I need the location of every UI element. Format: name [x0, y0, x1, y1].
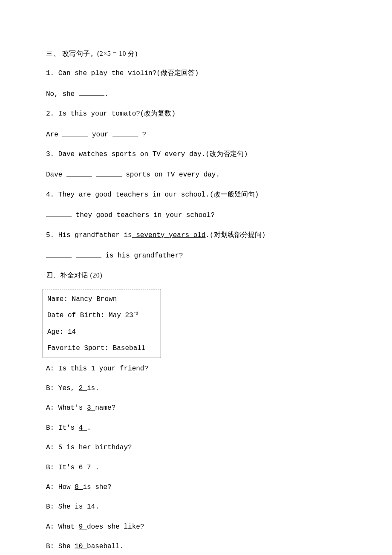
fill-blank[interactable] — [112, 129, 138, 136]
blank-9[interactable]: 9 — [79, 523, 87, 531]
t: is her birthday? — [66, 444, 132, 451]
fill-blank[interactable] — [46, 210, 72, 217]
t: . — [87, 424, 91, 432]
card-dob: Date of Birth: May 23rd — [47, 311, 156, 321]
q3-answer: Dave sports on TV every day. — [46, 169, 341, 179]
t: does she like? — [87, 523, 144, 531]
q4-b: they good teachers in your school? — [72, 211, 215, 219]
card-age-value: 14 — [68, 328, 76, 336]
q5-pb: .(对划线部分提问) — [205, 231, 265, 239]
t: A: What — [46, 523, 79, 531]
t: your friend? — [99, 365, 148, 373]
t: B: She — [46, 543, 75, 550]
t: is she? — [83, 483, 111, 491]
card-fav-label: Favorite Sport: — [47, 344, 113, 352]
q1-ans-prefix: No, she — [46, 90, 79, 98]
q5-c: is his grandfather? — [101, 252, 183, 260]
blank-8[interactable]: 8 — [75, 483, 83, 491]
t: . — [95, 464, 99, 471]
q1-answer: No, she . — [46, 89, 341, 99]
fill-blank[interactable] — [62, 129, 88, 136]
dlg-b2: B: It's 4 . — [46, 423, 341, 433]
card-name-label: Name: — [47, 295, 72, 303]
q5-answer: is his grandfather? — [46, 250, 341, 260]
t: baseball. — [87, 543, 124, 550]
t: name? — [95, 404, 115, 412]
blank-2[interactable]: 2 — [79, 384, 87, 392]
blank-5[interactable]: 5 — [58, 444, 66, 451]
card-name-value: Nancy Brown — [72, 295, 117, 303]
fill-blank[interactable] — [66, 169, 92, 176]
t: A: How — [46, 483, 75, 491]
info-card: Name: Nancy Brown Date of Birth: May 23r… — [43, 289, 161, 358]
q1-ans-suffix: . — [104, 90, 109, 98]
card-fav: Favorite Sport: Baseball — [47, 344, 156, 353]
dlg-a1: A: Is this 1 your friend? — [46, 364, 341, 373]
blank-7[interactable]: 7 — [87, 464, 95, 471]
q2-answer: Are your ? — [46, 129, 341, 139]
q2-c: ? — [138, 131, 146, 139]
section4-heading: 四、补全对话 (20) — [46, 271, 341, 280]
dlg-b3: B: It's 6 7 . — [46, 463, 341, 472]
q1-prompt: 1. Can she play the violin?(做否定回答) — [46, 69, 341, 78]
q3-a: Dave — [46, 171, 66, 179]
dlg-a5: A: What 9 does she like? — [46, 522, 341, 532]
q3-c: sports on TV every day. — [122, 171, 220, 179]
q4-prompt: 4. They are good teachers in our school.… — [46, 190, 341, 199]
section3-heading: 三、 改写句子。(2×5 = 10 分) — [46, 49, 341, 58]
t: A: Is this — [46, 365, 91, 373]
fill-blank[interactable] — [96, 169, 122, 176]
card-dob-sup: rd — [133, 311, 138, 316]
blank-4[interactable]: 4 — [79, 424, 87, 432]
worksheet-page: 三、 改写句子。(2×5 = 10 分) 1. Can she play the… — [0, 0, 392, 555]
dlg-a2: A: What's 3 name? — [46, 403, 341, 413]
dlg-a4: A: How 8 is she? — [46, 483, 341, 492]
card-age-label: Age: — [47, 328, 68, 336]
blank-1[interactable]: 1 — [91, 365, 99, 373]
t: A: — [46, 444, 58, 451]
card-dob-value: May 23 — [109, 312, 133, 319]
card-dob-label: Date of Birth: — [47, 312, 109, 319]
q5-underlined: seventy years old — [132, 231, 206, 239]
dlg-b4: B: She is 14. — [46, 502, 341, 512]
fill-blank[interactable] — [46, 250, 72, 257]
t: B: It's — [46, 464, 79, 471]
card-name: Name: Nancy Brown — [47, 295, 156, 304]
card-fav-value: Baseball — [113, 344, 146, 352]
q3-prompt: 3. Dave watches sports on TV every day.(… — [46, 150, 341, 159]
q4-answer: they good teachers in your school? — [46, 210, 341, 220]
q2-a: Are — [46, 131, 62, 139]
fill-blank[interactable] — [76, 250, 101, 257]
q5-pa: 5. His grandfather is — [46, 231, 132, 239]
dlg-b5: B: She 10 baseball. — [46, 542, 341, 551]
t: B: It's — [46, 424, 79, 432]
dlg-b1: B: Yes, 2 is. — [46, 384, 341, 393]
q2-prompt: 2. Is this your tomato?(改为复数) — [46, 109, 341, 119]
t: A: What's — [46, 404, 87, 412]
blank-3[interactable]: 3 — [87, 404, 95, 412]
fill-blank[interactable] — [79, 89, 104, 96]
dlg-a3: A: 5 is her birthday? — [46, 443, 341, 452]
q5-prompt: 5. His grandfather is seventy years old.… — [46, 231, 341, 240]
q3-b — [92, 171, 96, 179]
blank-6[interactable]: 6 — [79, 464, 87, 471]
t: is. — [87, 384, 99, 392]
t: B: Yes, — [46, 384, 79, 392]
q5-b — [72, 252, 76, 260]
blank-10[interactable]: 10 — [75, 543, 87, 550]
card-age: Age: 14 — [47, 327, 156, 337]
q2-b: your — [88, 131, 112, 139]
